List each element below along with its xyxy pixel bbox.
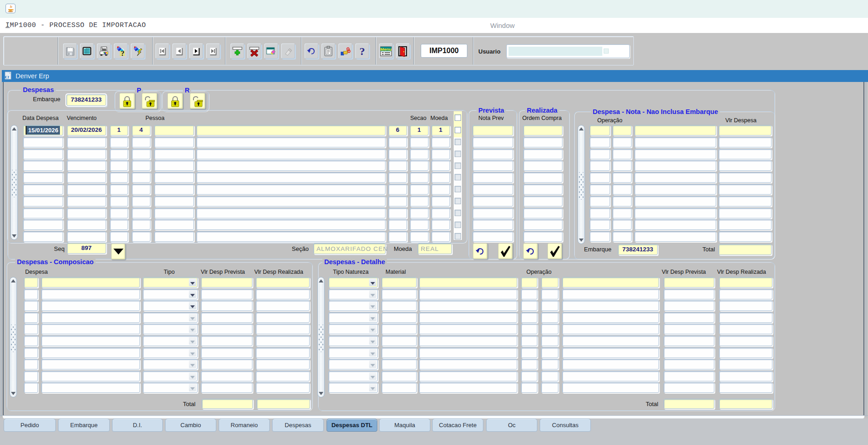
svg-text:?: ? (121, 49, 124, 57)
svg-text:?: ? (359, 46, 365, 57)
svg-text:Menu: Menu (380, 46, 392, 51)
